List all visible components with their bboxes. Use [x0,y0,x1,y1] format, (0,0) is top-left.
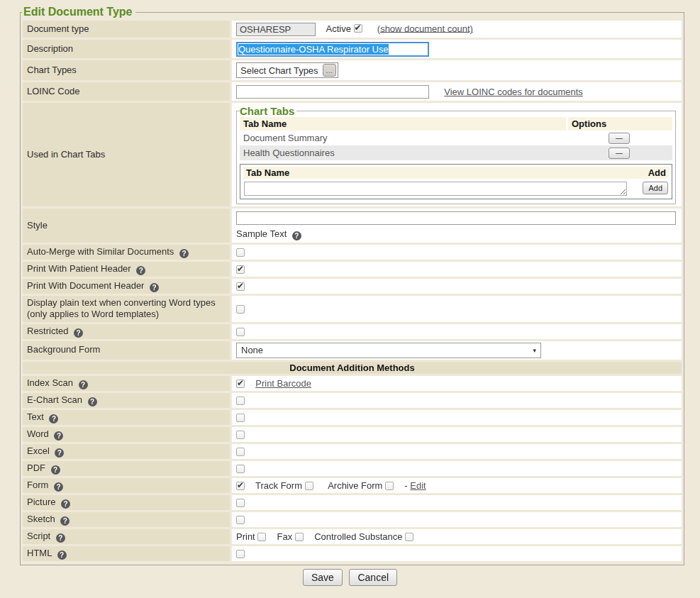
add-tab-name-header: Tab Name [246,167,289,178]
background-form-label: Background Form [27,344,100,355]
row-style: Style Sample Text ? [23,209,682,243]
document-type-label: Document type [27,23,89,34]
new-tab-name-input[interactable] [244,182,627,196]
row-excel: Excel ? [23,444,682,459]
row-script: Script ? Print Fax Controlled Substance [23,529,682,544]
row-description: Description Questionnaire-OSHA Respirato… [23,40,682,58]
row-echart-scan: E-Chart Scan ? [23,393,682,408]
chart-tab-row: Health Questionnaires — [240,145,672,160]
html-label: HTML [27,548,52,558]
index-scan-label: Index Scan [27,377,73,388]
chart-tab-name: Health Questionnaires [240,145,566,160]
script-fax-checkbox[interactable] [295,533,304,541]
print-barcode-link[interactable]: Print Barcode [255,378,311,389]
loinc-code-label: LOINC Code [27,86,79,96]
script-print-label: Print [236,531,255,542]
help-icon[interactable]: ? [61,499,70,509]
archive-form-checkbox[interactable] [385,482,394,490]
remove-tab-button[interactable]: — [609,133,630,144]
echart-scan-checkbox[interactable] [236,397,245,405]
edit-document-type-panel: Edit Document Type Document type OSHARES… [20,6,684,565]
style-sample-text: Sample Text [236,228,287,239]
chart-tab-name: Document Summary [240,131,566,145]
word-label: Word [27,428,49,439]
chart-tabs-header-row: Tab Name Options [240,117,672,131]
help-icon[interactable]: ? [79,380,88,389]
cancel-button[interactable]: Cancel [349,569,397,586]
auto-merge-checkbox[interactable] [236,248,245,257]
display-plain-text-checkbox[interactable] [236,305,245,314]
print-document-header-checkbox[interactable] [236,282,245,291]
row-sketch: Sketch ? [23,512,682,527]
picture-label: Picture [27,497,55,507]
row-auto-merge: Auto-Merge with Similar Documents ? [23,245,682,260]
form-checkbox[interactable] [236,482,245,490]
col-header-tab-name: Tab Name [240,117,566,131]
row-background-form: Background Form None ▾ [23,341,682,360]
index-scan-checkbox[interactable] [236,380,245,388]
view-loinc-codes-link[interactable]: View LOINC codes for documents [444,87,583,97]
pdf-checkbox[interactable] [236,465,245,473]
help-icon[interactable]: ? [88,397,97,406]
chart-types-browse-button[interactable]: ... [323,64,336,77]
controlled-substance-checkbox[interactable] [405,533,413,541]
description-input[interactable]: Questionnaire-OSHA Respirator Use [236,42,429,57]
track-form-label: Track Form [255,480,302,491]
track-form-checkbox[interactable] [305,482,313,490]
addition-methods-header: Document Addition Methods [23,362,682,374]
help-icon[interactable]: ? [54,431,63,441]
row-restricted: Restricted ? [23,324,682,339]
help-icon[interactable]: ? [136,266,145,275]
help-icon[interactable]: ? [54,482,63,492]
help-icon[interactable]: ? [292,231,301,240]
style-label: Style [27,220,48,231]
add-tab-button[interactable]: Add [643,182,668,194]
help-icon[interactable]: ? [55,448,64,458]
remove-tab-button[interactable]: — [609,148,630,159]
html-checkbox[interactable] [236,550,245,558]
help-icon[interactable]: ? [56,533,65,543]
add-tab-box: Tab Name Add Add [240,164,672,199]
restricted-label: Restricted [27,326,69,336]
save-button[interactable]: Save [303,569,343,586]
excel-checkbox[interactable] [236,448,245,456]
background-form-select[interactable]: None ▾ [236,343,541,358]
controlled-substance-label: Controlled Substance [314,531,402,542]
help-icon[interactable]: ? [74,328,83,338]
loinc-code-input[interactable] [236,85,429,99]
text-checkbox[interactable] [236,414,245,422]
word-checkbox[interactable] [236,431,245,439]
chart-types-select[interactable]: Select Chart Types ... [236,62,338,78]
add-column-header: Add [648,167,666,178]
active-checkbox[interactable] [354,24,362,33]
row-word: Word ? [23,427,682,442]
row-text: Text ? [23,410,682,425]
help-icon[interactable]: ? [150,283,159,292]
print-patient-header-checkbox[interactable] [236,265,245,274]
edit-separator: - [404,480,407,491]
sketch-checkbox[interactable] [236,516,245,524]
script-fax-label: Fax [277,531,293,542]
show-document-count-link[interactable]: (show document count) [377,23,473,33]
edit-form-link[interactable]: Edit [410,480,426,491]
row-print-document-header: Print With Document Header ? [23,279,682,294]
sketch-label: Sketch [27,514,55,524]
description-selected-text: Questionnaire-OSHA Respirator Use [238,44,389,55]
help-icon[interactable]: ? [60,516,70,526]
auto-merge-label: Auto-Merge with Similar Documents [27,246,174,257]
help-icon[interactable]: ? [49,414,58,423]
row-picture: Picture ? [23,495,682,510]
document-type-field: OSHARESP [236,23,316,36]
row-chart-types: Chart Types Select Chart Types ... [23,60,682,80]
help-icon[interactable]: ? [51,465,60,475]
chart-tabs-title: Chart Tabs [240,105,296,117]
style-input[interactable] [236,211,676,225]
row-display-plain-text: Display plain text when converting Word … [23,296,682,322]
row-loinc-code: LOINC Code View LOINC codes for document… [23,82,682,101]
restricted-checkbox[interactable] [236,328,245,336]
help-icon[interactable]: ? [179,249,189,258]
help-icon[interactable]: ? [57,550,67,560]
picture-checkbox[interactable] [236,499,245,507]
script-print-checkbox[interactable] [257,533,266,541]
text-label: Text [27,411,44,422]
